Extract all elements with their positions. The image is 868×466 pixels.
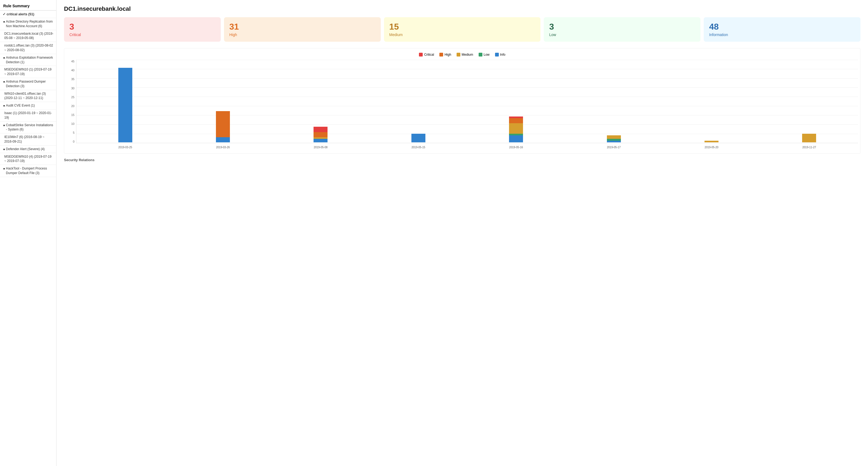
- stat-card-low: 3 Low: [544, 17, 701, 42]
- bar-segment-info: [118, 68, 132, 142]
- section-subtitle: Security Relations: [64, 158, 861, 162]
- sidebar-rule-item[interactable]: HackTool - Dumpert Process Dumper Defaul…: [0, 165, 56, 177]
- sidebar-host-item[interactable]: IE10Win7 (6) (2016-08-19 ~ 2016-09-21): [0, 134, 56, 146]
- y-axis-label: 25: [71, 95, 74, 99]
- bar-date-label: 2019-05-15: [411, 146, 425, 149]
- stat-number-high: 31: [229, 22, 375, 31]
- bar-segment-critical: [313, 127, 328, 132]
- legend-swatch: [457, 53, 460, 57]
- legend-label: Medium: [462, 53, 473, 57]
- legend-item-medium: Medium: [457, 53, 473, 57]
- stat-cards: 3 Critical 31 High 15 Medium 3 Low 48 In…: [64, 17, 861, 42]
- sidebar-group-header[interactable]: ✓ critical alerts (51): [0, 10, 56, 18]
- bar-segment-info: [607, 141, 621, 142]
- bar-segment-info: [313, 139, 328, 142]
- stat-card-medium: 15 Medium: [384, 17, 541, 42]
- sidebar-rule-item[interactable]: CobaltStrike Service Installations - Sys…: [0, 122, 56, 134]
- stat-card-high: 31 High: [224, 17, 381, 42]
- bar-group[interactable]: 2019-05-17: [565, 135, 662, 143]
- sidebar-rule-item[interactable]: Active Directory Replication from Non Ma…: [0, 18, 56, 30]
- bar-segment-high: [313, 132, 328, 137]
- legend-item-info: Info: [495, 53, 505, 57]
- legend-label: Info: [500, 53, 505, 57]
- stat-label-critical: Critical: [69, 33, 215, 37]
- bar-date-label: 2019-03-26: [216, 146, 230, 149]
- bar-stack: [118, 68, 132, 142]
- legend-swatch: [419, 53, 423, 57]
- y-axis-label: 15: [71, 113, 74, 117]
- bar-stack: [216, 111, 230, 142]
- bar-group[interactable]: 2019-03-25: [76, 68, 174, 143]
- sidebar-rule-item[interactable]: Antivirus Exploitation Framework Detecti…: [0, 54, 56, 66]
- chart-legend: Critical High Medium Low Info: [66, 53, 858, 57]
- sidebar-title: Rule Summary: [0, 2, 56, 10]
- legend-swatch: [495, 53, 499, 57]
- sidebar-host-item[interactable]: MSEDGEWIN10 (1) (2019-07-19 ~ 2019-07-19…: [0, 66, 56, 78]
- bar-stack: [411, 134, 425, 142]
- chart-plot: 2019-03-252019-03-262019-05-082019-05-15…: [76, 60, 858, 143]
- stat-label-low: Low: [549, 33, 695, 37]
- stat-label-medium: Medium: [390, 33, 535, 37]
- bar-date-label: 2019-05-17: [607, 146, 621, 149]
- page-title: DC1.insecurebank.local: [64, 5, 861, 12]
- legend-swatch: [439, 53, 443, 57]
- bar-date-label: 2019-05-08: [314, 146, 328, 149]
- stat-label-info: Information: [709, 33, 855, 37]
- stat-number-critical: 3: [69, 22, 215, 31]
- bar-segment-info: [411, 134, 425, 142]
- legend-label: High: [444, 53, 451, 57]
- bar-stack: [607, 135, 621, 142]
- stat-number-low: 3: [549, 22, 695, 31]
- bar-stack: [509, 117, 523, 143]
- y-axis-label: 20: [71, 105, 74, 108]
- sidebar-items: Active Directory Replication from Non Ma…: [0, 18, 56, 177]
- legend-label: Critical: [424, 53, 434, 57]
- bar-segment-high: [216, 111, 230, 137]
- bar-group[interactable]: 2019-05-20: [662, 141, 760, 143]
- y-axis-label: 0: [73, 140, 74, 143]
- sidebar-rule-item[interactable]: Audit CVE Event (1): [0, 102, 56, 110]
- bar-segment-info: [509, 135, 523, 142]
- bar-segment-medium: [802, 134, 816, 142]
- bar-date-label: 2019-03-25: [118, 146, 132, 149]
- chart-wrapper: 051015202530354045 2019-03-252019-03-262…: [66, 60, 858, 151]
- bar-date-label: 2019-05-20: [705, 146, 718, 149]
- bar-group[interactable]: 2019-05-16: [467, 117, 565, 143]
- sidebar-host-item[interactable]: DC1.insecurebank.local (3) (2019-05-08 ~…: [0, 30, 56, 42]
- legend-item-high: High: [439, 53, 451, 57]
- bar-segment-medium: [607, 135, 621, 139]
- bar-stack: [802, 134, 816, 142]
- legend-label: Low: [484, 53, 490, 57]
- sidebar-host-item[interactable]: rootdc1.offsec.lan (3) (2020-08-02 ~ 202…: [0, 42, 56, 54]
- bar-group[interactable]: 2019-05-15: [369, 134, 467, 143]
- stat-number-medium: 15: [390, 22, 535, 31]
- legend-item-low: Low: [478, 53, 490, 57]
- legend-swatch: [478, 53, 483, 57]
- y-axis-label: 35: [71, 78, 74, 81]
- legend-item-critical: Critical: [419, 53, 434, 57]
- y-axis-label: 40: [71, 68, 74, 72]
- sidebar-rule-item[interactable]: Defender Alert (Severe) (4): [0, 146, 56, 153]
- main-content: DC1.insecurebank.local 3 Critical 31 Hig…: [57, 0, 868, 466]
- sidebar-rule-item[interactable]: Antivirus Password Dumper Detection (3): [0, 78, 56, 90]
- y-axis-label: 10: [71, 122, 74, 125]
- y-axis-label: 45: [71, 60, 74, 63]
- sidebar-host-item[interactable]: WIN10-client01.offsec.lan (3) (2020-12-1…: [0, 90, 56, 102]
- y-axis-label: 5: [73, 131, 74, 134]
- stat-card-info: 48 Information: [704, 17, 861, 42]
- bar-date-label: 2019-05-16: [509, 146, 523, 149]
- bar-group[interactable]: 2019-05-08: [272, 127, 369, 143]
- bar-group[interactable]: 2019-03-26: [174, 111, 272, 143]
- sidebar-host-item[interactable]: MSEDGEWIN10 (4) (2019-07-19 ~ 2019-07-19…: [0, 153, 56, 165]
- bar-stack: [313, 127, 328, 142]
- y-axis-label: 30: [71, 87, 74, 90]
- bar-segment-medium: [705, 141, 718, 142]
- sidebar: Rule Summary ✓ critical alerts (51) Acti…: [0, 0, 57, 466]
- sidebar-host-item[interactable]: Isaac (1) (2020-01-19 ~ 2020-01-19): [0, 110, 56, 122]
- bar-group[interactable]: 2019-11-27: [761, 134, 858, 143]
- y-axis: 051015202530354045: [66, 60, 76, 143]
- bar-stack: [705, 141, 718, 142]
- bar-segment-info: [216, 137, 230, 142]
- stat-label-high: High: [229, 33, 375, 37]
- stat-number-info: 48: [709, 22, 855, 31]
